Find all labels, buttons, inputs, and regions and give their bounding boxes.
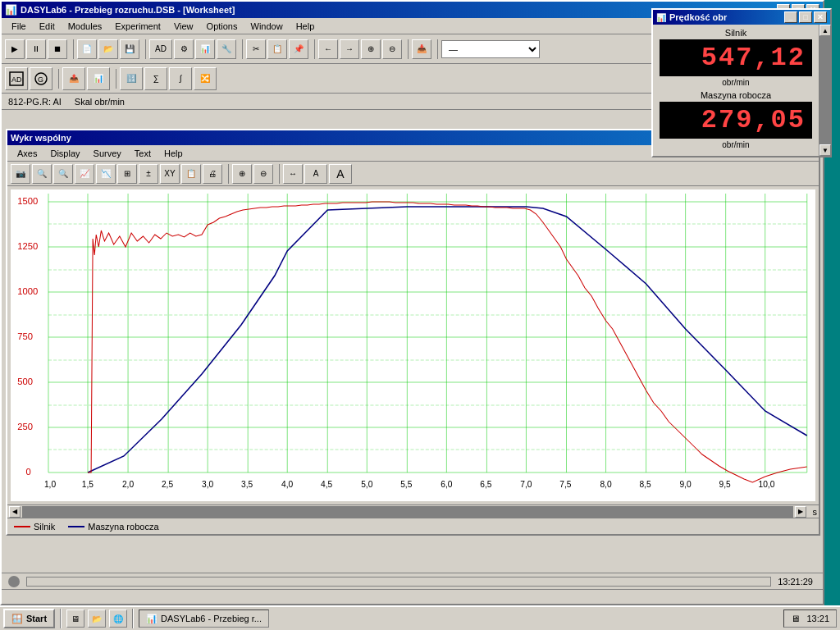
svg-text:8,5: 8,5 <box>639 480 651 489</box>
channel-dropdown[interactable]: — <box>441 40 540 58</box>
module-btn-5[interactable]: 🔢 <box>120 67 143 90</box>
speed-restore-button[interactable]: □ <box>799 11 812 23</box>
speed-scroll-track <box>819 36 831 144</box>
maszyna-legend-line <box>68 526 84 527</box>
module-btn-8[interactable]: 🔀 <box>194 67 217 90</box>
svg-text:250: 250 <box>17 422 33 431</box>
module-btn-1[interactable]: AD <box>5 67 28 90</box>
chart-menu-axes[interactable]: Axes <box>11 147 43 160</box>
maszyna-speed-unit: obr/min <box>660 140 812 149</box>
scroll-left-button[interactable]: ◀ <box>9 506 21 518</box>
quicklaunch-1[interactable]: 🖥 <box>66 609 84 628</box>
open-button[interactable]: 📂 <box>98 39 118 59</box>
menu-file[interactable]: File <box>5 20 33 33</box>
new-button[interactable]: 📄 <box>77 39 97 59</box>
menu-options[interactable]: Options <box>200 20 244 33</box>
module-btn-6[interactable]: ∑ <box>144 67 167 90</box>
chart-tb-10[interactable]: 🖨 <box>203 164 222 184</box>
svg-text:9,5: 9,5 <box>719 480 731 489</box>
chart-menu-display[interactable]: Display <box>43 147 86 160</box>
menu-window[interactable]: Window <box>244 20 290 33</box>
chart-menu-text[interactable]: Text <box>128 147 158 160</box>
menu-modules[interactable]: Modules <box>62 20 109 33</box>
chart-tb-8[interactable]: XY <box>160 164 180 184</box>
menu-edit[interactable]: Edit <box>33 20 62 33</box>
chart-tb-3[interactable]: 🔍 <box>53 164 73 184</box>
scroll-right-button[interactable]: ▶ <box>795 506 806 518</box>
chart-menu-survey[interactable]: Survey <box>87 147 128 160</box>
app-icon: 📊 <box>5 4 17 16</box>
chart-tb-15[interactable]: A <box>329 164 352 184</box>
chart-tb-2[interactable]: 🔍 <box>32 164 52 184</box>
chart-tb-7[interactable]: ± <box>139 164 158 184</box>
menu-experiment[interactable]: Experiment <box>108 20 167 33</box>
chart-tb-12[interactable]: ⊖ <box>253 164 273 184</box>
scroll-track[interactable] <box>22 506 793 518</box>
tb-btn-9[interactable]: → <box>340 39 359 59</box>
speed-window: 📊 Prędkość obr _ □ ✕ Silnik 547,12 obr/m… <box>651 8 832 158</box>
svg-text:1250: 1250 <box>17 241 38 251</box>
save-button[interactable]: 💾 <box>120 39 139 59</box>
chart-tb-5[interactable]: 📉 <box>96 164 116 184</box>
main-status-bar: 13:21:29 <box>2 573 823 589</box>
chart-tb-13[interactable]: ↔ <box>283 164 303 184</box>
tb-btn-7[interactable]: 📌 <box>289 39 308 59</box>
chart-tb-6[interactable]: ⊞ <box>117 164 137 184</box>
module-btn-4[interactable]: 📊 <box>87 67 110 90</box>
bottom-scrollbar[interactable] <box>2 589 823 604</box>
module-btn-7[interactable]: ∫ <box>169 67 192 90</box>
sep5 <box>405 39 409 59</box>
taskbar-app-button[interactable]: 📊 DASYLab6 - Przebieg r... <box>139 609 269 628</box>
svg-text:1000: 1000 <box>17 286 38 296</box>
chart-tb-9[interactable]: 📋 <box>181 164 201 184</box>
svg-text:2,0: 2,0 <box>122 480 135 489</box>
tb-btn-12[interactable]: 📥 <box>412 39 431 59</box>
tray-icon: 🖥 <box>791 614 800 623</box>
sep3 <box>240 39 243 59</box>
start-button[interactable]: 🪟 Start <box>3 609 55 628</box>
svg-text:6,5: 6,5 <box>480 480 492 489</box>
speed-scroll-up[interactable]: ▲ <box>819 25 831 36</box>
tb-btn-2[interactable]: ⚙ <box>174 39 194 59</box>
chart-tb-4[interactable]: 📈 <box>75 164 94 184</box>
module-btn-2[interactable]: G <box>30 67 52 90</box>
svg-text:4,5: 4,5 <box>321 480 333 489</box>
tb-btn-11[interactable]: ⊖ <box>382 39 402 59</box>
svg-text:2,5: 2,5 <box>162 480 174 489</box>
tb-btn-1[interactable]: AD <box>149 39 172 59</box>
pause-button[interactable]: ⏸ <box>26 39 46 59</box>
tb-btn-5[interactable]: ✂ <box>246 39 266 59</box>
speed-minimize-button[interactable]: _ <box>784 11 797 23</box>
quicklaunch-2[interactable]: 📂 <box>88 609 106 628</box>
tb-btn-8[interactable]: ← <box>318 39 338 59</box>
tb-btn-3[interactable]: 📊 <box>195 39 215 59</box>
legend-silnik: Silnik <box>14 522 55 532</box>
tb-btn-6[interactable]: 📋 <box>267 39 287 59</box>
chart-svg: 1500 1250 1000 750 500 250 0 <box>11 189 815 501</box>
quicklaunch-3[interactable]: 🌐 <box>109 609 127 628</box>
stop-button[interactable]: ⏹ <box>48 39 67 59</box>
menu-view[interactable]: View <box>167 20 200 33</box>
module-btn-3[interactable]: 📤 <box>62 67 85 90</box>
sep2 <box>143 39 146 59</box>
tb-btn-10[interactable]: ⊕ <box>361 39 381 59</box>
svg-text:1500: 1500 <box>17 196 38 206</box>
scale-label: Skal obr/min <box>75 97 125 107</box>
chart-menu-help[interactable]: Help <box>158 147 189 160</box>
chart-tb-1[interactable]: 📷 <box>11 164 30 184</box>
maszyna-speed-label: Maszyna robocza <box>660 90 812 100</box>
chart-tb-14[interactable]: A <box>304 164 327 184</box>
svg-text:5,5: 5,5 <box>400 480 413 489</box>
play-button[interactable]: ▶ <box>5 39 25 59</box>
silnik-legend-label: Silnik <box>34 522 55 532</box>
chart-tb-11[interactable]: ⊕ <box>232 164 252 184</box>
svg-text:1,5: 1,5 <box>82 480 94 489</box>
chart-sep1 <box>226 164 229 184</box>
speed-close-button[interactable]: ✕ <box>814 11 827 23</box>
status-indicator <box>8 576 20 587</box>
menu-help[interactable]: Help <box>290 20 322 33</box>
sep1 <box>71 39 74 59</box>
speed-scroll-down[interactable]: ▼ <box>819 144 831 156</box>
chart-area: 1500 1250 1000 750 500 250 0 <box>11 189 815 501</box>
tb-btn-4[interactable]: 🔧 <box>217 39 236 59</box>
